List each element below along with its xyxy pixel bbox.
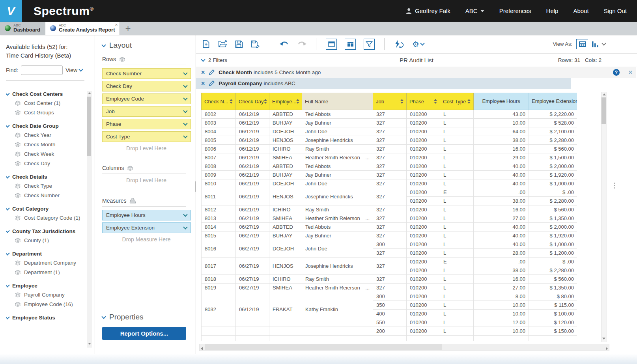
- sort-icon[interactable]: [434, 99, 437, 104]
- cell-cost-type[interactable]: L: [440, 179, 474, 188]
- cell-cost-type[interactable]: L: [440, 310, 474, 318]
- cell-job[interactable]: 327: [373, 171, 407, 179]
- cell-full-name[interactable]: Josephine Hendricks: [302, 136, 373, 145]
- cell-employee-hours[interactable]: 40.00: [474, 171, 529, 179]
- menu-about[interactable]: About: [573, 7, 588, 14]
- cell-phase[interactable]: 010200: [407, 223, 440, 231]
- cell-phase[interactable]: 010200: [407, 197, 440, 205]
- cell-cost-type[interactable]: L: [440, 266, 474, 275]
- cell-check-number[interactable]: 8010: [202, 179, 236, 188]
- cell-empty[interactable]: [474, 336, 529, 342]
- cell-check-number[interactable]: 8013: [202, 214, 236, 223]
- scroll-thumb[interactable]: [602, 97, 606, 124]
- cell-full-name[interactable]: Jay Buhner: [302, 171, 373, 179]
- cell-cost-type[interactable]: L: [440, 301, 474, 310]
- cell-cost-type[interactable]: E: [440, 188, 474, 197]
- cell-employee-hours[interactable]: 27.00: [474, 214, 529, 223]
- cell-employee-extension[interactable]: $ 1,350.00: [529, 214, 577, 223]
- company-selector[interactable]: ABC: [465, 7, 484, 14]
- column-header-employee-extension[interactable]: Employee Extension: [529, 93, 577, 110]
- column-header-cost-type[interactable]: Cost Type: [440, 93, 474, 110]
- cell-full-name[interactable]: Jay Buhner: [302, 119, 373, 127]
- cell-job[interactable]: 400: [373, 310, 407, 318]
- cell-check-number[interactable]: [202, 327, 236, 336]
- redo-icon[interactable]: [297, 41, 306, 47]
- cell-employee-extension[interactable]: $ .00: [529, 258, 577, 266]
- cell-cost-type[interactable]: L: [440, 110, 474, 119]
- save-report-icon[interactable]: [235, 40, 243, 48]
- cell-employee-hours[interactable]: 10.00: [474, 119, 529, 127]
- field-item-cost-category-code-1[interactable]: Cost Category Code (1): [6, 213, 84, 223]
- cell-check-day[interactable]: 06/27/19: [236, 275, 269, 284]
- scroll-thumb[interactable]: [87, 97, 91, 156]
- cell-phase[interactable]: 010200: [407, 162, 440, 171]
- cell-employee-extension[interactable]: $ 2,000.00: [529, 223, 577, 231]
- scroll-thumb[interactable]: [205, 344, 442, 350]
- cell-employee-extension[interactable]: $ 150.00: [529, 327, 577, 336]
- cell-employee-extension[interactable]: $ 1,500.00: [529, 153, 577, 162]
- measure-employee-hours[interactable]: Employee Hours: [102, 210, 191, 220]
- field-group-cost-category[interactable]: Cost Category: [6, 206, 84, 212]
- cell-employee-extension[interactable]: $ 560.00: [529, 145, 577, 153]
- settings-gear-icon[interactable]: ⚙: [412, 40, 424, 48]
- cell-check-number[interactable]: 8007: [202, 153, 236, 162]
- cell-employee-code[interactable]: ICHIRO: [269, 275, 302, 284]
- cell-employee-hours[interactable]: .00: [474, 258, 529, 266]
- column-header-employe[interactable]: Employe...: [269, 93, 302, 110]
- cell-full-name[interactable]: Kathy Franklin: [302, 292, 373, 327]
- cell-check-day[interactable]: 06/12/19: [236, 110, 269, 119]
- column-header-job[interactable]: Job: [373, 93, 407, 110]
- field-item-check-type[interactable]: Check Type: [6, 181, 84, 191]
- cell-check-number[interactable]: 8006: [202, 145, 236, 153]
- field-item-cost-groups[interactable]: Cost Groups: [6, 108, 84, 118]
- cell-full-name[interactable]: Ted Abbots: [302, 223, 373, 231]
- cell-employee-extension[interactable]: $ 1,000.00: [529, 240, 577, 249]
- cell-cost-type[interactable]: L: [440, 197, 474, 205]
- cell-job[interactable]: 300: [373, 292, 407, 301]
- cell-employee-code[interactable]: SMIHEA: [269, 284, 302, 292]
- cell-employee-code[interactable]: DOEJOH: [269, 179, 302, 188]
- field-item-department-1[interactable]: Department (1): [6, 268, 84, 277]
- cell-empty[interactable]: [529, 336, 577, 342]
- cell-employee-hours[interactable]: 16.00: [474, 205, 529, 214]
- cell-check-day[interactable]: 06/21/19: [236, 179, 269, 188]
- maximize-layout-icon[interactable]: [326, 39, 337, 50]
- cell-check-number[interactable]: 8005: [202, 136, 236, 145]
- cell-employee-hours[interactable]: 16.00: [474, 145, 529, 153]
- field-item-check-year[interactable]: Check Year: [6, 131, 84, 140]
- cell-employee-hours[interactable]: 10.00: [474, 301, 529, 310]
- cell-phase[interactable]: 010200: [407, 318, 440, 327]
- cell-full-name[interactable]: John Doe: [302, 127, 373, 136]
- cell-employee-code[interactable]: HENJOS: [269, 258, 302, 275]
- scroll-down-icon[interactable]: [602, 338, 605, 340]
- column-header-employee-hours[interactable]: Employee Hours: [474, 93, 529, 110]
- open-report-icon[interactable]: [218, 40, 227, 48]
- cell-employee-code[interactable]: BUHJAY: [269, 119, 302, 127]
- sort-icon[interactable]: [467, 99, 471, 104]
- field-group-department[interactable]: Department: [6, 251, 84, 257]
- cell-full-name[interactable]: Josephine Hendricks: [302, 188, 373, 205]
- measures-drop-zone[interactable]: Drop Measure Here: [102, 236, 191, 243]
- cell-job[interactable]: 327: [373, 119, 407, 127]
- cell-employee-hours[interactable]: 43.00: [474, 110, 529, 119]
- cell-employee-hours[interactable]: 38.00: [474, 197, 529, 205]
- sort-icon[interactable]: [230, 99, 233, 104]
- cell-phase[interactable]: 010200: [407, 119, 440, 127]
- measure-employee-extension[interactable]: Employee Extension: [102, 222, 191, 233]
- field-group-check-cost-centers[interactable]: Check Cost Centers: [6, 91, 84, 97]
- cell-employee-extension[interactable]: $ 120.00: [529, 318, 577, 327]
- cell-employee-hours[interactable]: 40.00: [474, 162, 529, 171]
- cell-check-day[interactable]: 06/12/19: [236, 153, 269, 162]
- cell-cost-type[interactable]: L: [440, 292, 474, 301]
- cell-phase[interactable]: 010200: [407, 249, 440, 258]
- cell-check-number[interactable]: 8018: [202, 275, 236, 284]
- cell-phase[interactable]: 010200: [407, 171, 440, 179]
- view-as-grid-icon[interactable]: [576, 39, 588, 49]
- cell-employee-hours[interactable]: 40.00: [474, 223, 529, 231]
- cell-employee-code[interactable]: BUHJAY: [269, 171, 302, 179]
- field-group-check-date-group[interactable]: Check Date Group: [6, 123, 84, 129]
- table-horizontal-scrollbar[interactable]: [199, 344, 609, 351]
- cell-employee-extension[interactable]: $ 528.00: [529, 119, 577, 127]
- cell-employee-hours[interactable]: 40.00: [474, 240, 529, 249]
- scroll-up-icon[interactable]: [88, 92, 91, 94]
